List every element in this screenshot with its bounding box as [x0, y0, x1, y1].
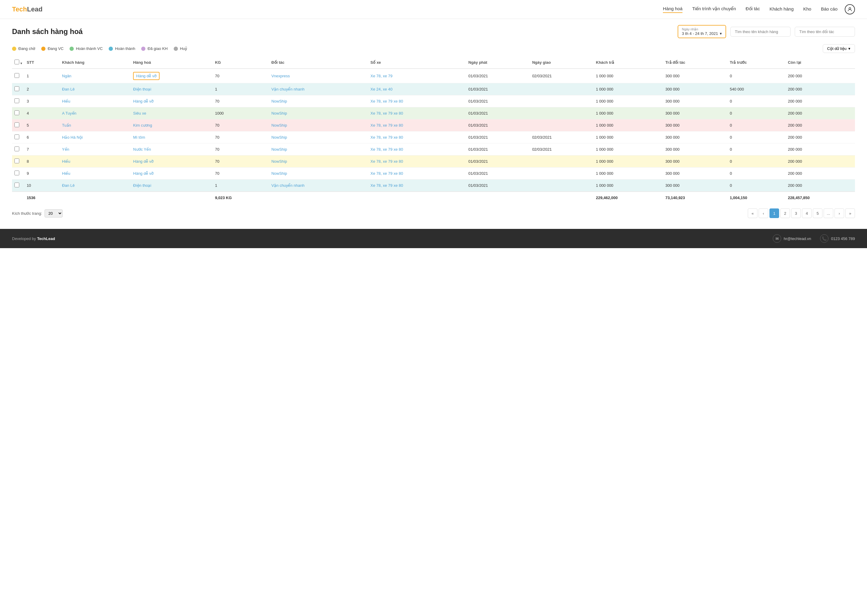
row-checkbox-cell[interactable]: [12, 119, 24, 132]
khach-hang-value[interactable]: Đan Lê: [62, 183, 75, 188]
hang-hoa-value[interactable]: Mì tôm: [133, 135, 145, 140]
status-label-hoan-thanh: Hoàn thành: [115, 46, 135, 51]
doi-tac-value[interactable]: Vận chuyển nhanh: [271, 183, 304, 188]
nav-hang-hoa[interactable]: Hàng hoá: [663, 6, 683, 13]
row-tra-doi-tac: 300 000: [663, 95, 727, 107]
page-prev[interactable]: ‹: [758, 209, 768, 218]
page-1[interactable]: 1: [769, 209, 779, 218]
row-doi-tac: NowShip: [269, 143, 368, 156]
row-khach-hang: Hảo Hà Nội: [60, 132, 131, 143]
doi-tac-value[interactable]: NowShip: [271, 147, 287, 152]
row-checkbox[interactable]: [14, 123, 19, 127]
khach-hang-value[interactable]: A Tuyến: [62, 111, 76, 115]
header-checkbox[interactable]: ▾: [12, 57, 24, 69]
page-4[interactable]: 4: [802, 209, 812, 218]
hang-hoa-value[interactable]: Nước Yến: [133, 147, 151, 152]
khach-hang-value[interactable]: Hảo Hà Nội: [62, 135, 83, 140]
nav-kho[interactable]: Kho: [803, 6, 811, 13]
so-xe-value[interactable]: Xe 78, xe 79 xe 80: [370, 135, 403, 140]
so-xe-value[interactable]: Xe 78, xe 79 xe 80: [370, 99, 403, 104]
nav-khach-hang[interactable]: Khách hàng: [769, 6, 793, 13]
select-all-checkbox[interactable]: [14, 60, 19, 64]
row-checkbox-cell[interactable]: [12, 156, 24, 168]
row-checkbox[interactable]: [14, 182, 19, 187]
footer-phone: 📞 0123 456 789: [820, 234, 855, 243]
page-first[interactable]: «: [748, 209, 757, 218]
row-checkbox[interactable]: [14, 73, 19, 78]
hang-hoa-value[interactable]: Điện thoại: [133, 183, 151, 188]
row-checkbox[interactable]: [14, 134, 19, 139]
doi-tac-value[interactable]: NowShip: [271, 135, 287, 140]
page-size-control: Kích thước trang: 20 50 100: [12, 209, 63, 217]
khach-hang-value[interactable]: Hiếu: [62, 99, 71, 104]
hang-hoa-value[interactable]: Hàng dễ vỡ: [133, 72, 159, 80]
so-xe-value[interactable]: Xe 78, xe 79 xe 80: [370, 183, 403, 188]
khach-hang-value[interactable]: Yến: [62, 147, 69, 152]
page-next[interactable]: ›: [834, 209, 844, 218]
row-tra-truoc: 0: [727, 179, 785, 192]
page-5[interactable]: 5: [813, 209, 823, 218]
row-checkbox-cell[interactable]: [12, 83, 24, 95]
nav-bao-cao[interactable]: Báo cáo: [821, 6, 837, 13]
hang-hoa-value[interactable]: Siêu xe: [133, 111, 146, 115]
doi-tac-value[interactable]: NowShip: [271, 159, 287, 163]
row-checkbox-cell[interactable]: [12, 143, 24, 156]
row-checkbox-cell[interactable]: [12, 69, 24, 83]
so-xe-value[interactable]: Xe 78, xe 79: [370, 74, 393, 78]
row-checkbox[interactable]: [14, 98, 19, 103]
khach-hang-value[interactable]: Hiếu: [62, 171, 71, 176]
so-xe-value[interactable]: Xe 78, xe 79 xe 80: [370, 171, 403, 176]
header-doi-tac: Đối tác: [269, 57, 368, 69]
hang-hoa-value[interactable]: Hàng dễ vỡ: [133, 99, 153, 104]
col-data-label: Cột dữ liệu: [827, 46, 847, 51]
row-checkbox[interactable]: [14, 171, 19, 175]
doi-tac-value[interactable]: NowShip: [271, 99, 287, 104]
hang-hoa-value[interactable]: Điện thoại: [133, 87, 151, 91]
nav-doi-tac[interactable]: Đối tác: [746, 6, 760, 13]
row-checkbox-cell[interactable]: [12, 95, 24, 107]
row-checkbox[interactable]: [14, 159, 19, 163]
doi-tac-value[interactable]: Vnexpress: [271, 74, 290, 78]
page-size-select[interactable]: 20 50 100: [44, 209, 63, 217]
row-kg: 70: [213, 95, 269, 107]
hang-hoa-value[interactable]: Hàng dễ vỡ: [133, 171, 153, 176]
status-dang-cho: Đang chờ: [12, 46, 35, 51]
row-checkbox[interactable]: [14, 146, 19, 151]
row-checkbox[interactable]: [14, 110, 19, 115]
row-con-lai: 200 000: [785, 119, 855, 132]
hang-hoa-value[interactable]: Hàng dễ vỡ: [133, 159, 153, 163]
doi-tac-value[interactable]: NowShip: [271, 123, 287, 127]
row-checkbox-cell[interactable]: [12, 132, 24, 143]
doi-tac-value[interactable]: NowShip: [271, 171, 287, 176]
khach-hang-value[interactable]: Hiếu: [62, 159, 71, 163]
hang-hoa-cell: Điện thoại: [131, 179, 213, 192]
hang-hoa-value[interactable]: Kim cương: [133, 123, 152, 127]
col-data-button[interactable]: Cột dữ liệu ▾: [823, 44, 855, 53]
page-last[interactable]: »: [845, 209, 855, 218]
row-checkbox[interactable]: [14, 86, 19, 91]
so-xe-value[interactable]: Xe 78, xe 79 xe 80: [370, 159, 403, 163]
search-customer-input[interactable]: [730, 27, 791, 37]
so-xe-value[interactable]: Xe 24, xe 40: [370, 87, 393, 91]
khach-hang-value[interactable]: Đan Lê: [62, 87, 75, 91]
khach-hang-value[interactable]: Tuấn: [62, 123, 71, 127]
row-khach-tra: 1 000 000: [594, 95, 663, 107]
user-avatar[interactable]: [845, 4, 855, 14]
so-xe-value[interactable]: Xe 78, xe 79 xe 80: [370, 147, 403, 152]
search-partner-input[interactable]: [795, 27, 855, 37]
khach-hang-value[interactable]: Ngân: [62, 74, 71, 78]
so-xe-value[interactable]: Xe 78, xe 79 xe 80: [370, 123, 403, 127]
row-checkbox-cell[interactable]: [12, 107, 24, 119]
row-checkbox-cell[interactable]: [12, 179, 24, 192]
page-2[interactable]: 2: [780, 209, 790, 218]
doi-tac-value[interactable]: Vận chuyển nhanh: [271, 87, 304, 91]
so-xe-value[interactable]: Xe 78, xe 79 xe 80: [370, 111, 403, 115]
page-3[interactable]: 3: [791, 209, 801, 218]
date-filter[interactable]: Ngày nhận 3 th 4 - 24 th 7, 2021 ▾: [678, 25, 726, 38]
row-checkbox-cell[interactable]: [12, 168, 24, 179]
row-tra-doi-tac: 300 000: [663, 143, 727, 156]
page-ellipsis: ...: [824, 209, 833, 218]
doi-tac-value[interactable]: NowShip: [271, 111, 287, 115]
nav-tien-trinh[interactable]: Tiến trình vận chuyển: [692, 6, 736, 13]
totals-stt: 1536: [24, 192, 60, 204]
